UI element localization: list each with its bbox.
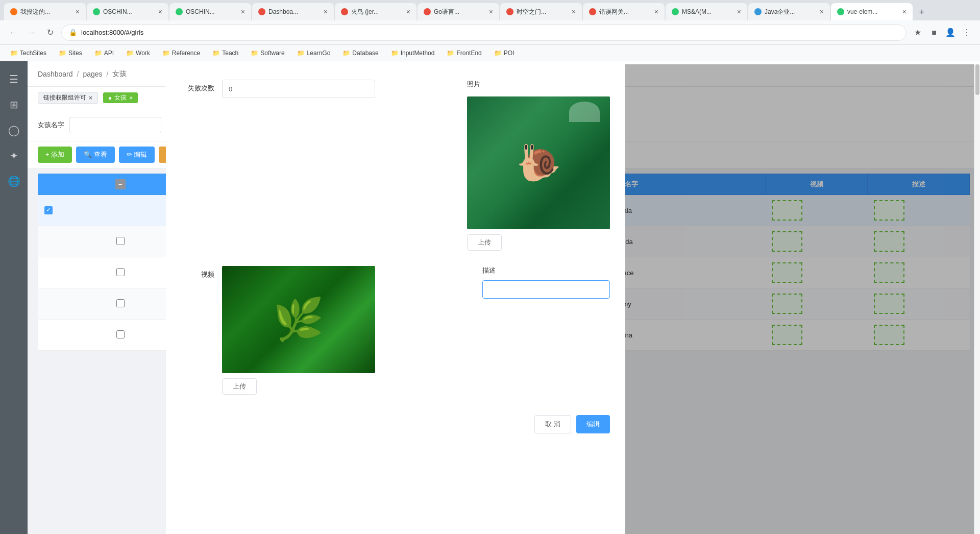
new-tab-button[interactable]: + — [914, 4, 930, 20]
snail-emoji: 🐌 — [517, 142, 561, 184]
tab-title-10: Java企业... — [765, 8, 817, 16]
tab-title-7: 时空之门... — [517, 8, 569, 16]
bookmark-database[interactable]: 📁 Database — [338, 48, 382, 58]
modal-failures-input[interactable] — [222, 80, 375, 98]
tab-close-9[interactable]: × — [737, 8, 741, 16]
bookmark-api[interactable]: 📁 API — [90, 48, 118, 58]
name-label: 女孩名字 — [38, 120, 64, 130]
photo-section: 照片 🐌 上传 — [467, 80, 610, 251]
checkbox-4[interactable] — [116, 299, 125, 307]
filter-category-remove-icon[interactable]: × — [129, 94, 133, 102]
tab-favicon-6 — [424, 8, 431, 15]
address-bar[interactable]: 🔒 localhost:8000/#/girls — [61, 25, 906, 41]
bookmark-inputmethod[interactable]: 📁 InputMethod — [387, 48, 439, 58]
folder-icon-2: 📁 — [59, 50, 66, 57]
tab-1[interactable]: 我投递的... × — [4, 3, 86, 20]
modal-video-label: 视频 — [181, 266, 222, 395]
filter-link-tag[interactable]: 链接权限组许可 × — [38, 92, 98, 104]
cancel-button[interactable]: 取 消 — [534, 415, 571, 433]
breadcrumb-pages[interactable]: pages — [83, 70, 102, 78]
back-button[interactable]: ← — [6, 26, 20, 40]
star-icon[interactable]: ★ — [911, 26, 925, 40]
refresh-button[interactable]: ↻ — [43, 26, 57, 40]
bookmark-sites[interactable]: 📁 Sites — [55, 48, 86, 58]
bookmark-teach[interactable]: 📁 Teach — [208, 48, 242, 58]
tab-close-2[interactable]: × — [158, 8, 162, 16]
tab-4[interactable]: Dashboa... × — [252, 3, 334, 20]
account-icon[interactable]: 👤 — [943, 26, 958, 40]
checkbox-3[interactable] — [116, 268, 125, 276]
tab-7[interactable]: 时空之门... × — [500, 3, 582, 20]
tab-close-7[interactable]: × — [572, 8, 576, 16]
tab-6[interactable]: Go语言... × — [418, 3, 499, 20]
sidebar-star-icon[interactable]: ✦ — [1, 143, 27, 168]
filter-category-tag[interactable]: ● 女孩 × — [103, 92, 138, 103]
checkbox-5[interactable] — [116, 330, 125, 338]
photo-upload-button[interactable]: 上传 — [467, 234, 502, 251]
minus-button[interactable]: − — [115, 179, 126, 189]
breadcrumb: Dashboard / pages / 女孩 — [38, 69, 127, 79]
bookmark-poi-label: POI — [504, 50, 514, 57]
tab-9[interactable]: MS&A(M... × — [666, 3, 747, 20]
bookmark-work[interactable]: 📁 Work — [122, 48, 154, 58]
extension-icon[interactable]: ■ — [927, 26, 941, 40]
tab-close-8[interactable]: × — [654, 8, 658, 16]
sidebar-globe-icon[interactable]: ◯ — [1, 117, 27, 143]
sidebar-world-icon[interactable]: 🌐 — [1, 168, 27, 194]
desc-input[interactable] — [482, 280, 610, 299]
bookmark-inputmethod-label: InputMethod — [401, 50, 435, 57]
breadcrumb-dashboard[interactable]: Dashboard — [38, 70, 73, 78]
bookmark-frontend[interactable]: 📁 FrontEnd — [443, 48, 485, 58]
tab-11[interactable]: vue-elem... × — [831, 3, 913, 20]
tab-close-11[interactable]: × — [902, 8, 906, 16]
bookmark-software[interactable]: 📁 Software — [247, 48, 288, 58]
breadcrumb-current: 女孩 — [112, 69, 127, 79]
sidebar-menu-icon[interactable]: ☰ — [1, 66, 27, 92]
tab-close-1[interactable]: × — [76, 8, 80, 16]
tab-favicon-3 — [176, 8, 183, 15]
tab-close-4[interactable]: × — [324, 8, 328, 16]
tab-close-3[interactable]: × — [241, 8, 245, 16]
checkbox-2[interactable] — [116, 237, 125, 245]
tab-close-6[interactable]: × — [489, 8, 493, 16]
photo-label: 照片 — [467, 80, 480, 89]
view-button[interactable]: 🔍 查看 — [76, 147, 115, 163]
modal-panel: 失败次数 照片 🐌 上传 视频 🌿 上传 — [166, 64, 625, 534]
lock-icon: 🔒 — [69, 29, 77, 36]
bookmark-reference[interactable]: 📁 Reference — [158, 48, 204, 58]
sidebar-home-icon[interactable]: ⊞ — [1, 92, 27, 117]
snail-image: 🐌 — [467, 96, 610, 229]
folder-icon-8: 📁 — [297, 50, 305, 57]
right-scrollbar[interactable] — [974, 64, 980, 534]
menu-icon[interactable]: ⋮ — [960, 26, 974, 40]
forward-button[interactable]: → — [24, 26, 39, 40]
add-button[interactable]: + 添加 — [38, 147, 72, 163]
bookmark-poi[interactable]: 📁 POI — [490, 48, 519, 58]
checkbox-checked-1[interactable] — [44, 206, 53, 214]
desc-label: 描述 — [482, 266, 610, 275]
url-display: localhost:8000/#/girls — [81, 29, 899, 36]
tab-8[interactable]: 错误网关... × — [583, 3, 665, 20]
filter-link-remove-icon[interactable]: × — [89, 94, 92, 102]
tab-close-10[interactable]: × — [820, 8, 824, 16]
tab-3[interactable]: OSCHIN... × — [169, 3, 251, 20]
video-upload-button[interactable]: 上传 — [222, 378, 257, 395]
name-input[interactable] — [69, 117, 161, 133]
scrollbar-thumb[interactable] — [975, 64, 979, 95]
edit-button[interactable]: ✏ 编辑 — [119, 147, 155, 163]
modal-row-failures: 失败次数 照片 🐌 上传 — [181, 80, 610, 251]
folder-icon-7: 📁 — [251, 50, 258, 57]
tab-title-1: 我投递的... — [20, 8, 72, 16]
bookmark-techsites[interactable]: 📁 TechSites — [6, 48, 51, 58]
confirm-edit-button[interactable]: 编辑 — [576, 415, 610, 433]
left-sidebar: ☰ ⊞ ◯ ✦ 🌐 — [0, 61, 28, 534]
bookmark-api-label: API — [104, 50, 114, 57]
modal-row-video: 视频 🌿 上传 描述 — [181, 266, 610, 395]
folder-icon-3: 📁 — [94, 50, 102, 57]
tab-10[interactable]: Java企业... × — [748, 3, 830, 20]
tab-5[interactable]: 火鸟 (jer... × — [335, 3, 416, 20]
bookmark-learnego[interactable]: 📁 LearnGo — [293, 48, 335, 58]
tab-2[interactable]: OSCHIN... × — [87, 3, 168, 20]
tab-close-5[interactable]: × — [406, 8, 410, 16]
bookmarks-bar: 📁 TechSites 📁 Sites 📁 API 📁 Work 📁 Refer… — [0, 45, 980, 61]
